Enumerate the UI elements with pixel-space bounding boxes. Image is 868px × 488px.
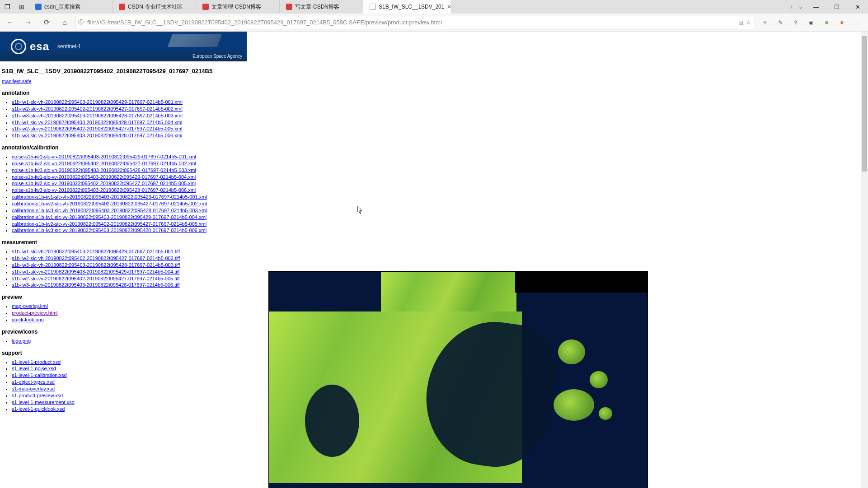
section-list: s1b-iw1-slc-vh-20190822t095403-20190822t… (12, 99, 859, 139)
new-tab-button[interactable]: ＋ (788, 3, 794, 11)
tab-label: 文章管理-CSDN博客 (211, 3, 261, 11)
list-item: noise-s1b-iw1-slc-vv-20190822t095403-201… (12, 174, 859, 181)
browser-tab-4[interactable]: S1B_IW_SLC__1SDV_201✕ (363, 0, 451, 14)
file-link[interactable]: s1b-iw3-slc-vh-20190822t095403-20190822t… (12, 113, 183, 118)
list-item: s1b-iw1-slc-vh-20190822t095403-20190822t… (12, 99, 859, 106)
extension-a-icon[interactable]: ◉ (807, 18, 816, 27)
tabs-trail: ＋ ⌄ (786, 0, 806, 14)
notes-icon[interactable]: ✎ (776, 18, 785, 27)
island-2 (554, 389, 594, 421)
browser-toolbar: ← → ⟳ ⌂ ⓘ ▤ ☆ ✧ ✎ ⇪ ◉ ■ ■ … (0, 14, 868, 32)
quicklook-image (268, 271, 648, 488)
list-item: s1b-iw3-slc-vh-20190822t095403-20190822t… (12, 112, 859, 119)
manifest-link[interactable]: manifest.safe (2, 79, 31, 84)
refresh-button[interactable]: ⟳ (39, 15, 54, 30)
browser-tab-3[interactable]: 写文章-CSDN博客 (280, 0, 363, 14)
tab-close-icon[interactable]: ✕ (447, 4, 451, 10)
file-link[interactable]: s1b-iw1-slc-vh-20190822t095403-20190822t… (12, 249, 180, 254)
list-item: s1b-iw3-slc-vv-20190822t095403-20190822t… (12, 132, 859, 139)
file-link[interactable]: s1b-iw1-slc-vv-20190822t095403-20190822t… (12, 120, 182, 125)
file-link[interactable]: s1b-iw3-slc-vh-20190822t095403-20190822t… (12, 262, 180, 268)
list-item: s1b-iw2-slc-vh-20190822t095402-20190822t… (12, 106, 859, 112)
file-link[interactable]: s1-level-1-noise.xsd (12, 366, 56, 371)
address-bar[interactable]: ⓘ ▤ ☆ (75, 16, 754, 29)
back-button[interactable]: ← (3, 15, 18, 30)
file-link[interactable]: s1b-iw2-slc-vh-20190822t095402-20190822t… (12, 256, 180, 261)
quicklook-frame (269, 272, 647, 488)
water-body-2 (305, 385, 359, 457)
file-link[interactable]: s1b-iw2-slc-vh-20190822t095402-20190822t… (12, 106, 183, 112)
app-switch-button[interactable]: ⊞ (14, 0, 29, 14)
file-link[interactable]: s1b-iw2-slc-vv-20190822t095402-20190822t… (12, 126, 182, 131)
file-link[interactable]: s1-level-1-product.xsd (12, 359, 61, 365)
tabs-overflow-button[interactable]: ⌄ (798, 4, 803, 10)
share-icon[interactable]: ⇪ (791, 18, 800, 27)
file-link[interactable]: s1b-iw2-slc-vv-20190822t095402-20190822t… (12, 276, 180, 281)
list-item: s1b-iw1-slc-vh-20190822t095403-20190822t… (12, 248, 859, 255)
file-link[interactable]: calibration-s1b-iw1-slc-vv-20190822t0954… (12, 214, 206, 220)
list-item: s1b-iw3-slc-vh-20190822t095403-20190822t… (12, 262, 859, 269)
file-link[interactable]: s1-object-types.xsd (12, 379, 55, 385)
file-link[interactable]: s1b-iw3-slc-vv-20190822t095403-20190822t… (12, 133, 182, 138)
file-link[interactable]: calibration-s1b-iw3-slc-vh-20190822t0954… (12, 208, 207, 213)
file-link[interactable]: product-preview.html (12, 310, 58, 316)
file-link[interactable]: noise-s1b-iw1-slc-vv-20190822t095403-201… (12, 174, 196, 180)
file-link[interactable]: noise-s1b-iw3-slc-vv-20190822t095403-201… (12, 187, 196, 193)
file-link[interactable]: s1-product-preview.xsd (12, 393, 63, 398)
quicklook-black-topright (515, 271, 648, 293)
browser-tab-0[interactable]: csdn_百度搜索 (29, 0, 113, 14)
file-link[interactable]: calibration-s1b-iw1-slc-vh-20190822t0954… (12, 194, 207, 200)
esa-logo: esa (11, 39, 49, 54)
file-link[interactable]: s1-level-1-calibration.xsd (12, 372, 67, 378)
section-header: annotation/calibration (2, 144, 859, 151)
file-link[interactable]: calibration-s1b-iw2-slc-vv-20190822t0954… (12, 221, 206, 227)
page-viewport: esa sentinel-1 European Space Agency S1B… (0, 32, 861, 488)
file-link[interactable]: calibration-s1b-iw2-slc-vh-20190822t0954… (12, 201, 207, 206)
file-link[interactable]: map-overlay.kml (12, 303, 48, 309)
file-link[interactable]: s1b-iw1-slc-vh-20190822t095403-20190822t… (12, 99, 183, 105)
esa-logo-text: esa (30, 40, 49, 53)
extension-b-icon[interactable]: ■ (822, 18, 831, 27)
close-window-button[interactable]: ✕ (847, 0, 868, 14)
file-link[interactable]: calibration-s1b-iw3-slc-vv-20190822t0954… (12, 228, 206, 233)
address-input[interactable] (86, 19, 736, 26)
land-band-top (381, 272, 516, 312)
island-4 (599, 407, 612, 420)
product-title: S1B_IW_SLC__1SDV_20190822T095402_2019082… (2, 68, 859, 74)
tab-favicon (370, 4, 376, 10)
file-link[interactable]: s1-level-1-measurement.xsd (12, 400, 75, 405)
file-link[interactable]: noise-s1b-iw2-slc-vh-20190822t095402-201… (12, 161, 196, 166)
forward-button[interactable]: → (21, 15, 36, 30)
home-button[interactable]: ⌂ (57, 15, 72, 30)
file-link[interactable]: s1-map-overlay.xsd (12, 386, 55, 391)
file-link[interactable]: s1b-iw3-slc-vv-20190822t095403-20190822t… (12, 282, 180, 288)
list-item: calibration-s1b-iw2-slc-vv-20190822t0954… (12, 221, 859, 228)
file-link[interactable]: s1b-iw1-slc-vv-20190822t095403-20190822t… (12, 269, 180, 274)
file-link[interactable]: quick-look.png (12, 317, 44, 322)
favorite-star-icon[interactable]: ☆ (746, 19, 751, 26)
file-link[interactable]: s1-level-1-quicklook.xsd (12, 406, 65, 412)
browser-tab-1[interactable]: CSDN-专业IT技术社区 (113, 0, 196, 14)
taskview-button[interactable]: ❐ (0, 0, 14, 14)
file-link[interactable]: noise-s1b-iw3-slc-vh-20190822t095403-201… (12, 167, 196, 173)
page-scrollbar[interactable] (861, 32, 868, 488)
more-menu-icon[interactable]: … (853, 18, 862, 27)
file-link[interactable]: noise-s1b-iw2-slc-vv-20190822t095402-201… (12, 181, 196, 186)
reader-mode-icon[interactable]: ▤ (738, 19, 743, 26)
list-item: calibration-s1b-iw1-slc-vh-20190822t0954… (12, 194, 859, 200)
file-link[interactable]: noise-s1b-iw1-slc-vh-20190822t095403-201… (12, 154, 196, 159)
list-item: calibration-s1b-iw2-slc-vh-20190822t0954… (12, 200, 859, 207)
tab-label: S1B_IW_SLC__1SDV_201 (379, 4, 444, 10)
esa-logo-icon (11, 39, 26, 54)
favorites-icon[interactable]: ✧ (760, 18, 769, 27)
island-3 (590, 371, 608, 388)
extension-c-icon[interactable]: ■ (837, 18, 846, 27)
scrollbar-thumb[interactable] (862, 36, 867, 172)
tab-favicon (119, 4, 125, 10)
site-info-icon[interactable]: ⓘ (78, 19, 84, 26)
minimize-button[interactable]: — (806, 0, 826, 14)
maximize-button[interactable]: ☐ (826, 0, 847, 14)
file-link[interactable]: logo.png (12, 338, 31, 344)
list-item: s1b-iw2-slc-vv-20190822t095402-20190822t… (12, 125, 859, 132)
browser-tab-2[interactable]: 文章管理-CSDN博客 (196, 0, 280, 14)
